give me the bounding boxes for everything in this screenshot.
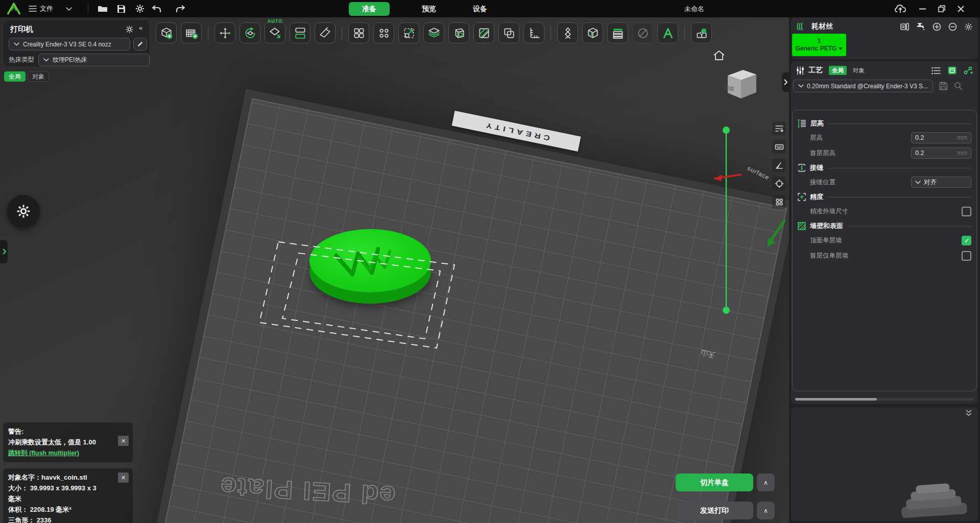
tab-device[interactable]: 设备: [460, 2, 500, 16]
file-menu-chevron[interactable]: [62, 3, 76, 15]
undo-button[interactable]: [150, 3, 163, 15]
top-single-wall-checkbox[interactable]: [962, 236, 971, 245]
open-file-button[interactable]: [96, 3, 109, 15]
process-settings-list: 层高 层高 mm 首层层高 mm: [792, 110, 977, 391]
layer-list-icon[interactable]: [772, 121, 786, 135]
expand-left-panel-tab[interactable]: [0, 240, 8, 263]
boolean-button[interactable]: [498, 22, 519, 43]
seam-position-select[interactable]: 对齐: [911, 177, 971, 188]
warning-close-button[interactable]: ✕: [118, 436, 129, 446]
scope-tab-object[interactable]: 对象: [28, 71, 49, 82]
scrollbar-thumb[interactable]: [795, 398, 877, 401]
variable-layers-button[interactable]: [423, 22, 444, 43]
support-button[interactable]: [473, 22, 494, 43]
filament-coil-icon: [796, 22, 807, 31]
clean-plate-button[interactable]: [315, 22, 336, 43]
add-plate-button[interactable]: [181, 22, 202, 43]
split-tool-button[interactable]: [290, 22, 310, 43]
toolbar-separator: [88, 4, 88, 14]
close-button[interactable]: [954, 3, 967, 15]
toolbar-separator: [342, 26, 342, 40]
first-layer-single-wall-checkbox[interactable]: [962, 251, 971, 261]
plate-surface-text: surface: [746, 165, 771, 182]
scale-to-fit-button[interactable]: [398, 22, 419, 43]
seam-icon: [798, 164, 806, 172]
add-filament-icon[interactable]: [933, 22, 941, 31]
precise-wall-checkbox[interactable]: [962, 207, 971, 216]
move-tool-button[interactable]: [214, 22, 235, 43]
settings-horizontal-scrollbar[interactable]: [795, 398, 974, 401]
restore-button[interactable]: [935, 3, 948, 15]
remove-filament-icon[interactable]: [948, 22, 957, 31]
home-view-button[interactable]: [713, 50, 725, 63]
save-preset-icon[interactable]: [939, 82, 948, 90]
filament-slot-chip[interactable]: 1 Generic PETG: [792, 34, 846, 56]
scope-tab-global[interactable]: 全局: [4, 71, 26, 82]
tab-preview[interactable]: 预览: [409, 2, 449, 16]
object-info-box: 对象名字：havvk_coin.stl 大小： 39.9993 x 39.999…: [3, 468, 133, 523]
color-painting-button[interactable]: [632, 22, 653, 43]
process-panel-title: 工艺: [808, 66, 823, 75]
param-list-icon[interactable]: [931, 67, 941, 74]
measure-button[interactable]: [523, 22, 544, 43]
paint-seam-button[interactable]: [582, 22, 603, 43]
drop-to-bed-button[interactable]: [448, 22, 469, 43]
cloud-upload-button[interactable]: [894, 3, 907, 15]
warning-link[interactable]: 跳转到 (flush multiplier): [8, 450, 79, 457]
edit-printer-button[interactable]: [133, 38, 147, 51]
process-scope-global[interactable]: 全局: [829, 66, 847, 75]
keyboard-icon[interactable]: [772, 140, 786, 154]
plugins-button[interactable]: [691, 22, 712, 43]
printer-select[interactable]: Creality Ender-3 V3 SE 0.4 nozz: [9, 38, 130, 51]
printer-panel: 打印机 « Creality Ender-3 V3 SE 0.4 nozz 热床…: [3, 19, 150, 67]
slice-options-button[interactable]: ∧: [757, 474, 775, 491]
first-layer-height-input[interactable]: [915, 150, 951, 157]
quick-settings-fab[interactable]: [7, 195, 40, 228]
settings-gear-button[interactable]: [133, 3, 147, 15]
send-print-button[interactable]: 发送打印: [676, 502, 753, 519]
collapse-panel-button[interactable]: «: [139, 24, 143, 32]
minimize-button[interactable]: [916, 3, 929, 15]
send-options-button[interactable]: ∧: [757, 502, 775, 519]
paint-support-button[interactable]: [557, 22, 578, 43]
layer-height-input[interactable]: [915, 134, 951, 141]
param-table-icon[interactable]: [948, 66, 957, 74]
redo-button[interactable]: [174, 3, 187, 15]
build-plate[interactable]: [133, 89, 789, 523]
arrange-settings-button[interactable]: [373, 22, 394, 43]
menu-icon: [29, 5, 37, 12]
adaptive-layer-height-button[interactable]: [607, 22, 628, 43]
flush-faucet-icon[interactable]: [916, 22, 925, 31]
file-menu[interactable]: 文件: [29, 3, 53, 15]
bed-type-select[interactable]: 纹理PEI热床: [38, 54, 150, 66]
add-model-button[interactable]: [156, 22, 177, 43]
warning-box: 警告: 冲刷乘数设置太低，值是 1.00 跳转到 (flush multipli…: [3, 422, 133, 462]
apps-grid-icon[interactable]: [772, 195, 786, 209]
filament-settings-icon[interactable]: [964, 22, 973, 31]
expand-right-panel-tab[interactable]: [782, 72, 789, 92]
printer-settings-icon[interactable]: [124, 24, 135, 34]
measure-target-icon[interactable]: [772, 177, 786, 190]
rotate-tool-button[interactable]: [240, 22, 260, 43]
text-tool-button[interactable]: [657, 22, 678, 43]
object-name-row: 对象名字：havvk_coin.stl: [8, 472, 128, 483]
model-havvk-coin[interactable]: [309, 229, 435, 326]
process-scope-object[interactable]: 对象: [850, 66, 868, 75]
arrange-all-button[interactable]: [348, 22, 369, 43]
navigation-cube[interactable]: 背面: [723, 64, 760, 107]
app-window: 文件 准备 预览 设备 未命名: [0, 0, 980, 523]
sync-device-icon[interactable]: [900, 23, 909, 31]
slice-plate-button[interactable]: 切片单盘: [676, 474, 753, 491]
save-button[interactable]: [114, 3, 128, 15]
process-preset-select[interactable]: 0.20mm Standard @Creality Ender-3 V3 S..…: [793, 80, 933, 92]
viewport-3d[interactable]: CREALITY ed PEI Plate surface 天山: [0, 17, 789, 523]
compare-presets-icon[interactable]: [964, 66, 973, 74]
collapse-chevrons-icon[interactable]: [965, 409, 973, 417]
info-close-button[interactable]: ✕: [118, 472, 129, 483]
angle-measure-icon[interactable]: [772, 158, 786, 172]
tab-prepare[interactable]: 准备: [349, 2, 390, 16]
object-triangles-row: 三角形： 2336: [8, 515, 128, 523]
search-params-icon[interactable]: [954, 82, 963, 90]
filament-panel-title: 耗材丝: [811, 22, 833, 31]
lay-on-face-button[interactable]: AUTO: [265, 22, 285, 43]
